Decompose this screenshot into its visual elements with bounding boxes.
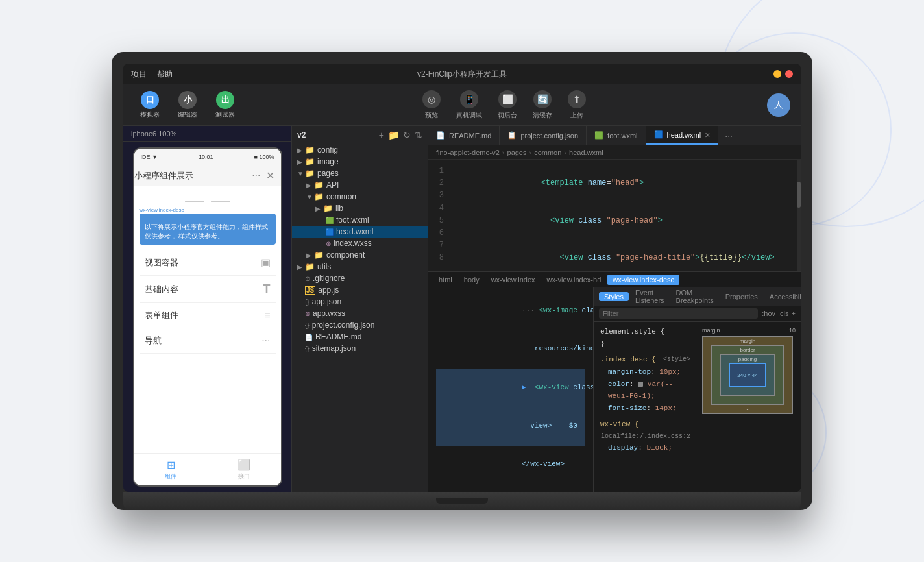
- nav-label-component: 组件: [165, 472, 176, 481]
- tab-more-button[interactable]: ···: [718, 130, 739, 141]
- collapse-icon[interactable]: ⇅: [415, 130, 422, 140]
- tab-project-config[interactable]: 📋 project.config.json: [500, 126, 587, 145]
- nav-icon-api: ⬜: [237, 459, 250, 471]
- styles-tab-dom[interactable]: DOM Breakpoints: [671, 288, 719, 305]
- preview-tool[interactable]: ◎ 预览: [422, 90, 441, 120]
- tree-item-lib[interactable]: ▶ 📁 lib: [292, 202, 428, 214]
- tree-item-component[interactable]: ▶ 📁 component: [292, 249, 428, 261]
- user-avatar[interactable]: 人: [767, 93, 790, 117]
- filter-add[interactable]: +: [792, 310, 796, 317]
- tree-item-index-wxss[interactable]: ⊛ index.wxss: [292, 238, 428, 249]
- file-icon-foot-wxml: 🟩: [326, 217, 334, 224]
- tree-item-sitemap[interactable]: {} sitemap.json: [292, 343, 428, 354]
- tab-readme[interactable]: 📄 README.md: [428, 126, 500, 145]
- menu-icon-nav: ···: [261, 335, 270, 347]
- preview-icon: ◎: [422, 90, 441, 108]
- close-button[interactable]: [785, 70, 793, 78]
- html-line-6: ▶ <wx-view class="index-bd">_</wx-view>: [436, 484, 585, 492]
- tree-label-gitignore: .gitignore: [313, 274, 345, 283]
- tree-item-project-config[interactable]: {} project.config.json: [292, 319, 428, 331]
- clear-tool[interactable]: 🔄 清缓存: [533, 90, 552, 120]
- realtest-label: 真机调试: [456, 111, 482, 120]
- box-model: margin border -: [702, 336, 793, 414]
- tree-item-utils[interactable]: ▶ 📁 utils: [292, 261, 428, 273]
- preview-header: iphone6 100%: [123, 126, 291, 142]
- minimize-button[interactable]: [773, 70, 781, 78]
- tab-foot-wxml[interactable]: 🟩 foot.wxml: [587, 126, 646, 145]
- upload-tool[interactable]: ⬆ 上传: [568, 90, 586, 120]
- new-folder-icon[interactable]: 📁: [388, 130, 399, 140]
- styles-tab-props[interactable]: Properties: [720, 292, 763, 301]
- elem-tab-html[interactable]: html: [433, 275, 457, 285]
- test-button[interactable]: 出 测试器: [209, 88, 241, 122]
- tree-label-readme: README.md: [315, 332, 361, 341]
- file-tree-panel: v2 + 📁 ↻ ⇅ ▶ 📁 config: [292, 126, 428, 492]
- menu-item-views[interactable]: 视图容器 ▣: [140, 250, 276, 276]
- styles-tab-styles[interactable]: Styles: [599, 292, 629, 301]
- box-model-margin-label: margin: [702, 327, 720, 334]
- mini-scrollbar[interactable]: [797, 160, 801, 271]
- elem-tab-wx-index[interactable]: wx-view.index: [486, 275, 541, 285]
- phone-outer: IDE ▼ 10:01 ■ 100% 小程序组件展示 ··· ✕: [133, 147, 282, 487]
- menu-item-form[interactable]: 表单组件 ≡: [140, 303, 276, 328]
- new-file-icon[interactable]: +: [379, 130, 384, 140]
- breadcrumb-bar: fino-applet-demo-v2 › pages › common › h…: [428, 145, 801, 160]
- tree-label-api: API: [326, 180, 339, 189]
- styles-tab-access[interactable]: Accessibility: [764, 292, 801, 301]
- code-line-1: <template name="head">: [449, 165, 801, 202]
- menu-icon-form: ≡: [264, 310, 270, 321]
- preview-panel: iphone6 100% IDE ▼ 10:01 ■ 100% 小程序组件展示: [123, 126, 292, 492]
- realtest-tool[interactable]: 📱 真机调试: [456, 90, 482, 120]
- element-tabs-bar: html body wx-view.index wx-view.index-hd…: [428, 272, 801, 287]
- code-wrapper: 1234 5678 <template name="head"> <view c…: [428, 160, 801, 271]
- filter-cls[interactable]: .cls: [778, 310, 789, 317]
- tree-item-api[interactable]: ▶ 📁 API: [292, 179, 428, 191]
- elem-tab-wx-hd[interactable]: wx-view.index-hd: [542, 275, 607, 285]
- menu-item-basic[interactable]: 基础内容 T: [140, 276, 276, 303]
- phone-title-bar: 小程序组件展示 ··· ✕: [134, 165, 281, 186]
- tab-close-head[interactable]: ×: [705, 130, 710, 140]
- tree-item-common[interactable]: ▼ 📁 common: [292, 191, 428, 202]
- tree-item-config[interactable]: ▶ 📁 config: [292, 144, 428, 156]
- elem-tab-wx-desc[interactable]: wx-view.index-desc: [607, 275, 679, 285]
- code-line-2: <view class="page-head">: [449, 202, 801, 240]
- phone-dots-icon[interactable]: ···: [252, 169, 260, 182]
- menu-item-nav[interactable]: 导航 ···: [140, 328, 276, 354]
- simulate-button[interactable]: 口 模拟器: [134, 88, 166, 122]
- toolbar: 口 模拟器 小 编辑器 出 测试器 ◎ 预览: [123, 84, 801, 126]
- tab-label-project: project.config.json: [520, 132, 578, 140]
- debug-button[interactable]: 小 编辑器: [171, 88, 204, 122]
- style-prop-color: color: var(--weui-FG-1);: [600, 378, 690, 402]
- tree-label-component: component: [326, 250, 365, 260]
- tree-item-app-json[interactable]: {} app.json: [292, 296, 428, 308]
- tree-item-app-js[interactable]: JS app.js: [292, 284, 428, 296]
- tree-item-readme[interactable]: 📄 README.md: [292, 331, 428, 343]
- styles-tab-events[interactable]: Event Listeners: [630, 288, 670, 305]
- code-lines[interactable]: <template name="head"> <view class="page…: [449, 160, 801, 271]
- tab-head-wxml[interactable]: 🟦 head.wxml ×: [646, 126, 719, 145]
- code-content[interactable]: 1234 5678 <template name="head"> <view c…: [428, 160, 801, 271]
- filter-buttons: :hov .cls +: [762, 310, 796, 317]
- menu-item-project[interactable]: 项目: [131, 69, 147, 80]
- nav-item-api[interactable]: ⬜ 接口: [208, 454, 281, 485]
- nav-item-component[interactable]: ⊞ 组件: [134, 454, 208, 485]
- tree-item-image[interactable]: ▶ 📁 image: [292, 156, 428, 167]
- elem-tab-body[interactable]: body: [459, 275, 485, 285]
- tree-item-pages[interactable]: ▼ 📁 pages: [292, 167, 428, 179]
- phone-close-icon[interactable]: ✕: [266, 169, 274, 182]
- tree-item-gitignore[interactable]: ⊙ .gitignore: [292, 273, 428, 284]
- tree-item-head-wxml[interactable]: 🟦 head.wxml: [292, 226, 428, 238]
- menu-item-help[interactable]: 帮助: [157, 69, 173, 80]
- file-icon-gitignore: ⊙: [305, 275, 310, 282]
- tree-label-app-js: app.js: [318, 286, 339, 295]
- filter-input[interactable]: [599, 308, 758, 319]
- refresh-icon[interactable]: ↻: [403, 130, 411, 140]
- tab-label-readme: README.md: [449, 132, 491, 140]
- tree-item-foot-wxml[interactable]: 🟩 foot.wxml: [292, 214, 428, 226]
- cut-tool[interactable]: ⬜ 切后台: [498, 90, 517, 120]
- filter-hover[interactable]: :hov: [762, 310, 775, 317]
- tree-item-app-wxss[interactable]: ⊛ app.wxss: [292, 308, 428, 319]
- menu-label-views: 视图容器: [145, 257, 178, 269]
- status-left: IDE ▼: [141, 154, 158, 160]
- phone-title-text: 小程序组件展示: [134, 170, 193, 182]
